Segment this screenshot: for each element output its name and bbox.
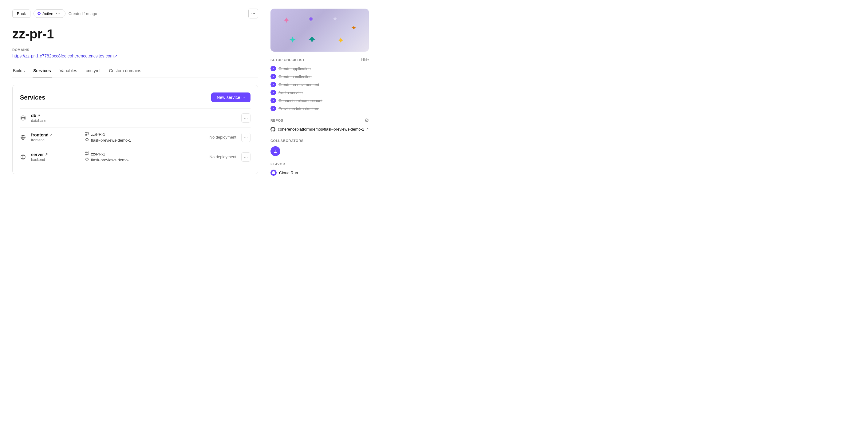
frontend-icon: [20, 134, 26, 140]
frontend-repo-row: flask-previews-demo-1: [85, 138, 194, 143]
db-more-button[interactable]: ···: [241, 114, 250, 123]
back-button[interactable]: Back: [12, 9, 30, 18]
sidebar: ✦ ✦ ✦ ✦ ✦ ✦ ✦ SETUP CHECKLIST Hide ✓ Cre…: [271, 9, 369, 431]
checklist-label-4: Connect a cloud account: [278, 98, 322, 103]
services-card-header: Services New service ···: [20, 93, 250, 102]
server-name-section: server ↗ backend: [31, 152, 80, 162]
github-icon: [271, 127, 275, 133]
checklist-item-5: ✓ Provision infrastructure: [271, 106, 369, 111]
collaborators-section: COLLABORATORS Z: [271, 139, 369, 156]
new-service-button[interactable]: New service ···: [211, 93, 250, 102]
collaborator-avatar: Z: [271, 146, 280, 156]
status-badge: Active ···: [33, 9, 65, 18]
setup-checklist-label: SETUP CHECKLIST: [271, 58, 305, 62]
status-label: Active: [42, 11, 53, 16]
flavor-label: FLAVOR: [271, 162, 285, 166]
hide-button[interactable]: Hide: [361, 58, 369, 62]
cloud-run-icon: [271, 169, 277, 176]
repos-gear-button[interactable]: ⚙: [365, 117, 369, 123]
tab-builds[interactable]: Builds: [12, 66, 25, 77]
sparkle-pink-icon: ✦: [283, 15, 290, 26]
frontend-name-section: frontend ↗ frontend: [31, 132, 80, 142]
server-repo-icon: [85, 157, 89, 162]
svg-point-0: [21, 116, 25, 118]
collaborators-label: COLLABORATORS: [271, 139, 304, 143]
services-card: Services New service ··· db ↗: [12, 85, 258, 174]
checklist-item-1: ✓ Create a collection: [271, 74, 369, 79]
frontend-type: frontend: [31, 138, 80, 142]
db-name-text: db: [31, 113, 36, 118]
server-icon: [20, 154, 26, 160]
db-external-icon: ↗: [37, 114, 40, 118]
services-section-title: Services: [20, 94, 45, 101]
flavor-value: Cloud Run: [279, 170, 298, 175]
checklist-label-2: Create an environment: [278, 82, 319, 87]
top-bar: Back Active ··· Created 1m ago ···: [12, 9, 258, 19]
server-branch-icon: [85, 152, 89, 156]
repos-row: coherenceplatformdemos/flask-previews-de…: [271, 127, 369, 133]
checklist-item-3: ✓ Add a service: [271, 90, 369, 95]
svg-point-11: [88, 152, 89, 153]
server-branch: zz/PR-1: [91, 152, 105, 156]
server-status: No deployment: [199, 155, 236, 159]
repo-icon: [85, 138, 89, 143]
page-title: zz-pr-1: [12, 27, 258, 41]
frontend-branch-row: zz/PR-1: [85, 132, 194, 137]
service-row-server: server ↗ backend: [20, 147, 250, 166]
server-more-icon: ···: [244, 155, 248, 159]
status-more-button[interactable]: ···: [55, 11, 61, 16]
svg-point-5: [88, 132, 89, 133]
server-external-icon: ↗: [45, 152, 48, 156]
server-meta: zz/PR-1 flask-previews-demo-1: [85, 152, 194, 162]
domain-link[interactable]: https://zz-pr-1.c7782bcc8fec.coherence.c…: [12, 54, 117, 58]
service-row-frontend: frontend ↗ frontend: [20, 127, 250, 147]
tab-variables[interactable]: Variables: [59, 66, 78, 77]
domains-label: DOMAINS: [12, 48, 258, 52]
page-more-button[interactable]: ···: [248, 9, 258, 19]
db-type: database: [31, 119, 80, 123]
frontend-repo: flask-previews-demo-1: [91, 138, 131, 143]
frontend-more-button[interactable]: ···: [241, 133, 250, 142]
repos-link[interactable]: coherenceplatformdemos/flask-previews-de…: [278, 127, 369, 131]
tab-custom-domains[interactable]: Custom domains: [108, 66, 142, 77]
sparkle-teal2-icon: ✦: [307, 33, 317, 46]
sparkle-purple-icon: ✦: [307, 14, 314, 24]
flavor-header: FLAVOR: [271, 162, 369, 166]
setup-checklist-section: SETUP CHECKLIST Hide ✓ Create applicatio…: [271, 58, 369, 111]
checklist-label-3: Add a service: [278, 90, 303, 95]
flavor-section: FLAVOR Cloud Run: [271, 162, 369, 176]
checklist-label-1: Create a collection: [278, 74, 312, 79]
collaborators-header: COLLABORATORS: [271, 139, 369, 143]
db-name: db ↗: [31, 113, 80, 118]
server-name: server ↗: [31, 152, 80, 157]
check-icon-0: ✓: [271, 66, 276, 71]
sparkle-teal1-icon: ✦: [289, 35, 296, 45]
more-icon: ···: [251, 11, 255, 16]
main-content: Back Active ··· Created 1m ago ··· zz-pr…: [12, 9, 258, 431]
repos-label: REPOS: [271, 119, 283, 122]
status-dot-icon: [37, 12, 40, 15]
check-icon-2: ✓: [271, 82, 276, 87]
sparkle-white-icon: ✦: [332, 15, 338, 23]
frontend-meta: zz/PR-1 flask-previews-demo-1: [85, 132, 194, 143]
frontend-more-icon: ···: [244, 135, 248, 140]
service-row-db: db ↗ database ···: [20, 108, 250, 127]
tab-services[interactable]: Services: [33, 66, 52, 77]
svg-point-10: [86, 152, 87, 153]
cloud-run-inner: [272, 171, 275, 174]
server-type: backend: [31, 158, 80, 162]
tab-cnc-yml[interactable]: cnc.yml: [85, 66, 101, 77]
server-repo: flask-previews-demo-1: [91, 158, 131, 162]
check-icon-3: ✓: [271, 90, 276, 95]
setup-checklist-header: SETUP CHECKLIST Hide: [271, 58, 369, 62]
server-repo-row: flask-previews-demo-1: [85, 157, 194, 162]
check-icon-4: ✓: [271, 98, 276, 103]
server-branch-row: zz/PR-1: [85, 152, 194, 156]
check-icon-5: ✓: [271, 106, 276, 111]
server-more-button[interactable]: ···: [241, 152, 250, 162]
page-layout: Back Active ··· Created 1m ago ··· zz-pr…: [0, 0, 868, 440]
repos-section: REPOS ⚙ coherenceplatformdemos/flask-pre…: [271, 117, 369, 133]
sparkle-gold2-icon: ✦: [351, 24, 356, 32]
created-text: Created 1m ago: [68, 11, 97, 16]
frontend-name-text: frontend: [31, 132, 49, 137]
